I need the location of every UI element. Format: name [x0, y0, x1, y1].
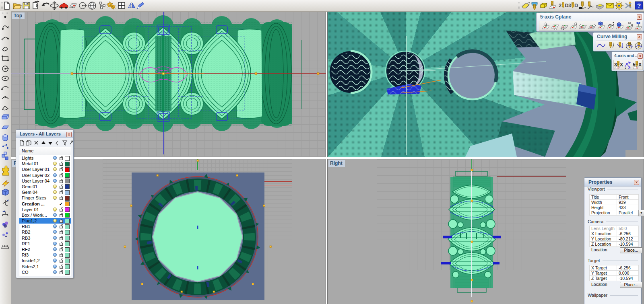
svg-text:X: X: [638, 62, 642, 68]
svg-text:?: ?: [637, 2, 641, 9]
svg-text:D: D: [565, 2, 568, 8]
svg-text:D: D: [574, 2, 578, 8]
svg-text:3: 3: [568, 2, 571, 8]
svg-text:X: X: [620, 62, 623, 68]
svg-text:2: 2: [559, 2, 561, 8]
